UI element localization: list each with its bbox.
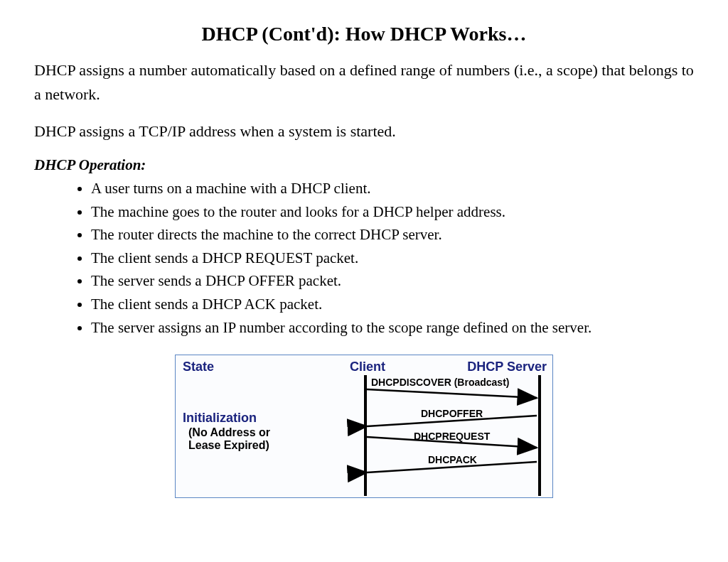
list-item: A user turns on a machine with a DHCP cl… bbox=[91, 177, 694, 200]
list-item: The router directs the machine to the co… bbox=[91, 223, 694, 247]
operation-list: A user turns on a machine with a DHCP cl… bbox=[34, 177, 694, 339]
list-item: The client sends a DHCP REQUEST packet. bbox=[91, 247, 694, 270]
list-item: The machine goes to the router and looks… bbox=[91, 200, 694, 224]
list-item: The client sends a DHCP ACK packet. bbox=[91, 293, 694, 316]
svg-line-0 bbox=[367, 389, 537, 398]
operation-heading: DHCP Operation: bbox=[34, 156, 694, 174]
msg-offer: DHCPOFFER bbox=[421, 408, 483, 419]
intro-paragraph-2: DHCP assigns a TCP/IP address when a sys… bbox=[34, 119, 694, 144]
list-item: The server sends a DHCP OFFER packet. bbox=[91, 269, 694, 293]
msg-discover: DHCPDISCOVER (Broadcast) bbox=[371, 377, 509, 388]
msg-ack: DHCPACK bbox=[428, 454, 477, 465]
page-title: DHCP (Cont'd): How DHCP Works… bbox=[34, 23, 694, 45]
intro-paragraph-1: DHCP assigns a number automatically base… bbox=[34, 58, 694, 107]
msg-request: DHCPREQUEST bbox=[414, 431, 490, 442]
page: DHCP (Cont'd): How DHCP Works… DHCP assi… bbox=[0, 0, 728, 512]
dhcp-sequence-diagram: State Client DHCP Server Initialization … bbox=[175, 355, 553, 498]
list-item: The server assigns an IP number accordin… bbox=[91, 316, 694, 340]
